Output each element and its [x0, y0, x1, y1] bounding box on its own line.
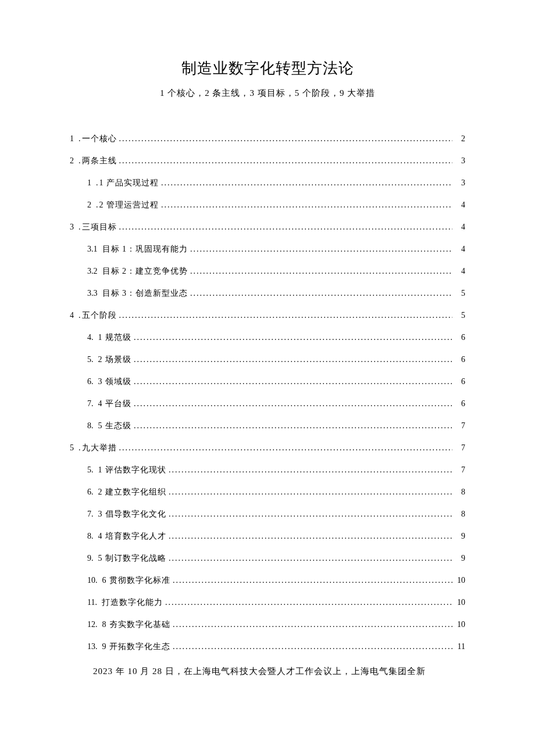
toc-label: 两条主线: [82, 156, 117, 166]
toc-entry: 1 .一个核心2: [70, 134, 465, 144]
toc-entry: 5 .九大举措7: [70, 443, 465, 453]
toc-page-number: 7: [455, 443, 465, 453]
toc-page-number: 4: [455, 245, 465, 254]
toc-page-number: 6: [455, 333, 465, 342]
toc-entry: 8. 4 培育数字化人才9: [87, 531, 465, 542]
toc-page-number: 3: [455, 178, 465, 188]
toc-leader-dots: [119, 223, 453, 232]
toc-number: 3.3: [87, 289, 98, 298]
toc-number: 1: [70, 134, 74, 144]
toc-label: 3 领域级: [98, 377, 132, 387]
body-paragraph: 2023 年 10 月 28 日，在上海电气科技大会暨人才工作会议上，上海电气集…: [93, 664, 465, 679]
toc-page-number: 9: [455, 532, 465, 541]
toc-entry: 11. 打造数字化能力10: [87, 597, 465, 608]
toc-leader-dots: [119, 311, 453, 320]
toc-number: 6.: [87, 377, 94, 386]
toc-separator: .: [96, 178, 98, 188]
toc-label: 1 规范级: [98, 332, 132, 343]
toc-leader-dots: [134, 421, 452, 431]
toc-leader-dots: [190, 289, 452, 298]
toc-leader-dots: [173, 576, 452, 585]
toc-number: 5: [70, 443, 74, 453]
toc-entry: 5. 2 场景级6: [87, 354, 465, 365]
toc-separator: .: [79, 311, 81, 320]
toc-leader-dots: [169, 488, 452, 497]
toc-leader-dots: [173, 642, 452, 651]
toc-leader-dots: [134, 377, 452, 386]
toc-page-number: 8: [455, 510, 465, 519]
toc-separator: .: [79, 223, 81, 232]
toc-label: 4 平台级: [98, 399, 132, 409]
toc-entry: 2 .2 管理运营过程4: [87, 200, 465, 210]
toc-number: 2: [87, 200, 91, 210]
toc-entry: 3 .三项目标4: [70, 222, 465, 232]
toc-page-number: 11: [455, 642, 465, 651]
toc-leader-dots: [173, 620, 452, 629]
toc-number: 7.: [87, 510, 94, 519]
toc-separator: .: [96, 200, 98, 210]
toc-page-number: 6: [455, 377, 465, 386]
toc-number: 9.: [87, 554, 94, 563]
toc-leader-dots: [190, 267, 452, 276]
toc-label: 一个核心: [82, 134, 117, 144]
toc-number: 2: [70, 156, 74, 166]
toc-separator: .: [79, 156, 81, 166]
toc-entry: 13.9 开拓数字化生态11: [87, 642, 465, 652]
toc-number: 1: [87, 178, 91, 188]
toc-label: 五个阶段: [82, 310, 117, 321]
toc-entry: 4. 1 规范级6: [87, 332, 465, 343]
toc-leader-dots: [134, 399, 452, 409]
toc-leader-dots: [161, 200, 452, 210]
toc-entry: 1 .1 产品实现过程3: [87, 178, 465, 188]
toc-entry: 3.1 目标 1：巩固现有能力4: [87, 244, 465, 255]
toc-page-number: 6: [455, 355, 465, 364]
toc-leader-dots: [169, 554, 452, 563]
toc-label: 3 倡导数字化文化: [98, 509, 167, 519]
toc-entry: 7. 3 倡导数字化文化8: [87, 509, 465, 519]
toc-number: 6.: [87, 488, 94, 497]
toc-label: 2 建立数字化组织: [98, 487, 167, 497]
toc-number: 7.: [87, 399, 94, 409]
toc-number: 3: [70, 223, 74, 232]
toc-leader-dots: [169, 465, 452, 475]
toc-label: 1 产品实现过程: [99, 178, 159, 188]
toc-number: 8.: [87, 532, 94, 541]
toc-label: 4 培育数字化人才: [98, 531, 167, 542]
toc-entry: 6. 3 领域级6: [87, 377, 465, 387]
toc-separator: .: [79, 443, 81, 453]
toc-label: 三项目标: [82, 222, 117, 232]
toc-leader-dots: [165, 598, 452, 607]
toc-entry: 7. 4 平台级6: [87, 399, 465, 409]
toc-label: 5 生态级: [98, 421, 132, 431]
toc-number: 10.: [87, 576, 98, 585]
toc-number: 4.: [87, 333, 94, 342]
toc-page-number: 4: [455, 267, 465, 276]
toc-leader-dots: [169, 510, 452, 519]
toc-page-number: 4: [455, 200, 465, 210]
toc-label: 打造数字化能力: [102, 597, 163, 608]
toc-page-number: 8: [455, 488, 465, 497]
toc-label: 目标 1：巩固现有能力: [102, 244, 188, 255]
toc-number: 4: [70, 311, 74, 320]
toc-entry: 6. 2 建立数字化组织8: [87, 487, 465, 497]
toc-page-number: 5: [455, 289, 465, 298]
toc-number: 3.1: [87, 245, 98, 254]
toc-page-number: 3: [455, 156, 465, 166]
toc-leader-dots: [190, 245, 452, 254]
toc-label: 5 制订数字化战略: [98, 553, 167, 564]
toc-number: 3.2: [87, 267, 98, 276]
toc-page-number: 10: [455, 620, 465, 629]
toc-number: 5.: [87, 355, 94, 364]
toc-label: 2 场景级: [98, 354, 132, 365]
toc-page-number: 2: [455, 134, 465, 144]
toc-entry: 8. 5 生态级7: [87, 421, 465, 431]
toc-entry: 12.8 夯实数字化基础10: [87, 619, 465, 630]
toc-entry: 4 .五个阶段5: [70, 310, 465, 321]
toc-entry: 10.6 贯彻数字化标准10: [87, 575, 465, 586]
toc-leader-dots: [119, 443, 453, 453]
toc-entry: 2 .两条主线3: [70, 156, 465, 166]
toc-leader-dots: [169, 532, 452, 541]
toc-entry: 3.2 目标 2：建立竞争优势4: [87, 266, 465, 277]
toc-label: 九大举措: [82, 443, 117, 453]
toc-entry: 3.3 目标 3：创造新型业态5: [87, 288, 465, 299]
